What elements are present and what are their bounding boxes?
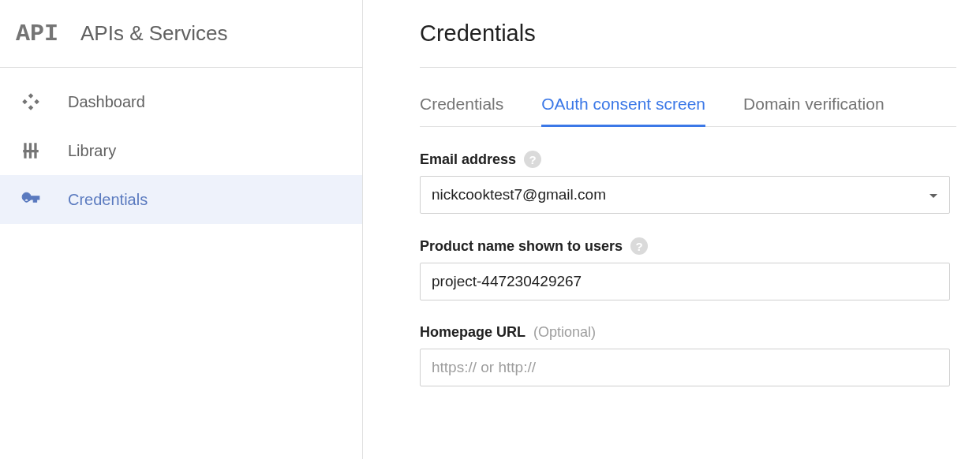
api-logo: API	[16, 21, 58, 47]
sidebar-nav: Dashboard Library Credentials	[0, 68, 362, 224]
chevron-down-icon	[929, 186, 938, 203]
key-icon	[21, 189, 68, 210]
email-select[interactable]: nickcooktest7@gmail.com	[420, 176, 950, 214]
email-select-value: nickcooktest7@gmail.com	[432, 186, 606, 203]
field-optional-text: (Optional)	[533, 324, 596, 341]
sidebar-item-library[interactable]: Library	[0, 126, 362, 175]
field-label-product-name: Product name shown to users ?	[420, 237, 956, 255]
field-label-text: Product name shown to users	[420, 238, 623, 255]
sidebar-item-label: Library	[68, 142, 116, 160]
sidebar-item-dashboard[interactable]: Dashboard	[0, 77, 362, 126]
field-product-name: Product name shown to users ?	[420, 237, 956, 300]
tab-domain-verification[interactable]: Domain verification	[743, 95, 885, 127]
tab-credentials[interactable]: Credentials	[420, 95, 503, 127]
help-icon[interactable]: ?	[524, 151, 541, 168]
sidebar-item-label: Dashboard	[68, 93, 145, 111]
field-label-homepage: Homepage URL (Optional)	[420, 324, 956, 341]
field-label-text: Homepage URL	[420, 324, 526, 341]
page-title: Credentials	[420, 21, 536, 47]
sidebar-item-label: Credentials	[68, 191, 148, 209]
field-homepage-url: Homepage URL (Optional)	[420, 324, 956, 386]
field-label-text: Email address	[420, 151, 516, 168]
field-label-email: Email address ?	[420, 151, 956, 168]
product-name-input[interactable]	[420, 263, 950, 300]
tabs: Credentials OAuth consent screen Domain …	[420, 95, 956, 127]
sidebar-item-credentials[interactable]: Credentials	[0, 175, 362, 224]
dashboard-icon	[21, 91, 68, 112]
sidebar: API APIs & Services Dashboard Library Cr…	[0, 0, 363, 459]
library-icon	[21, 140, 68, 161]
tab-oauth-consent-screen[interactable]: OAuth consent screen	[541, 95, 705, 127]
help-icon[interactable]: ?	[630, 237, 648, 255]
sidebar-header: API APIs & Services	[0, 0, 362, 68]
field-email: Email address ? nickcooktest7@gmail.com	[420, 151, 956, 214]
sidebar-section-title: APIs & Services	[80, 21, 227, 46]
homepage-url-input[interactable]	[420, 349, 950, 386]
main-header: Credentials	[420, 0, 956, 68]
main-content: Credentials Credentials OAuth consent sc…	[363, 0, 980, 459]
